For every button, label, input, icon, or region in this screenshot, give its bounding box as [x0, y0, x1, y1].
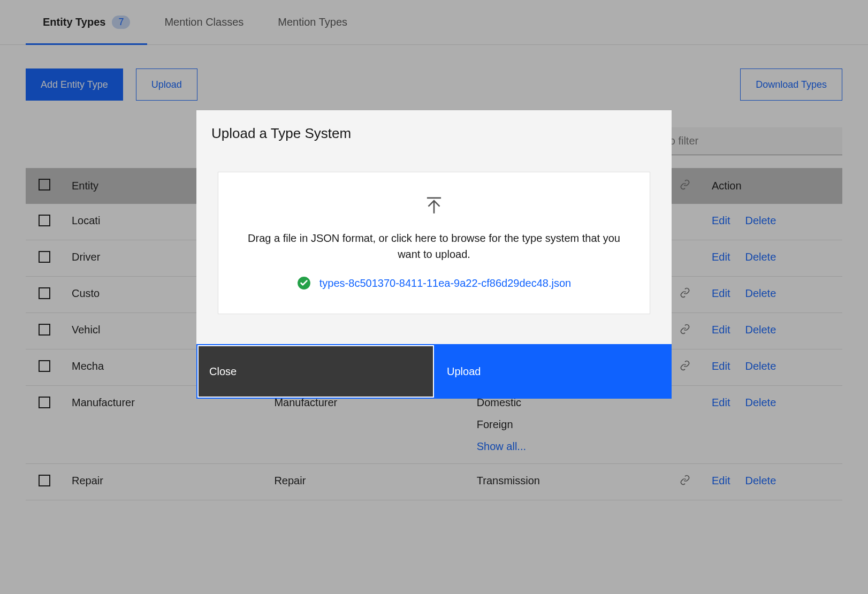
modal-body: Drag a file in JSON format, or click her…	[196, 142, 672, 344]
dropzone[interactable]: Drag a file in JSON format, or click her…	[218, 172, 650, 314]
dropzone-text: Drag a file in JSON format, or click her…	[241, 230, 627, 262]
uploaded-file-row: types-8c501370-8411-11ea-9a22-cf86d29dec…	[297, 276, 571, 290]
upload-modal: Upload a Type System Drag a file in JSON…	[196, 110, 672, 399]
modal-overlay: Upload a Type System Drag a file in JSON…	[0, 0, 868, 594]
modal-close-button[interactable]: Close	[196, 344, 435, 399]
check-icon	[297, 276, 311, 290]
modal-title: Upload a Type System	[196, 110, 672, 142]
uploaded-file-name[interactable]: types-8c501370-8411-11ea-9a22-cf86d29dec…	[319, 277, 571, 290]
upload-icon	[423, 194, 445, 216]
modal-footer: Close Upload	[196, 344, 672, 399]
modal-upload-button[interactable]: Upload	[435, 344, 672, 399]
